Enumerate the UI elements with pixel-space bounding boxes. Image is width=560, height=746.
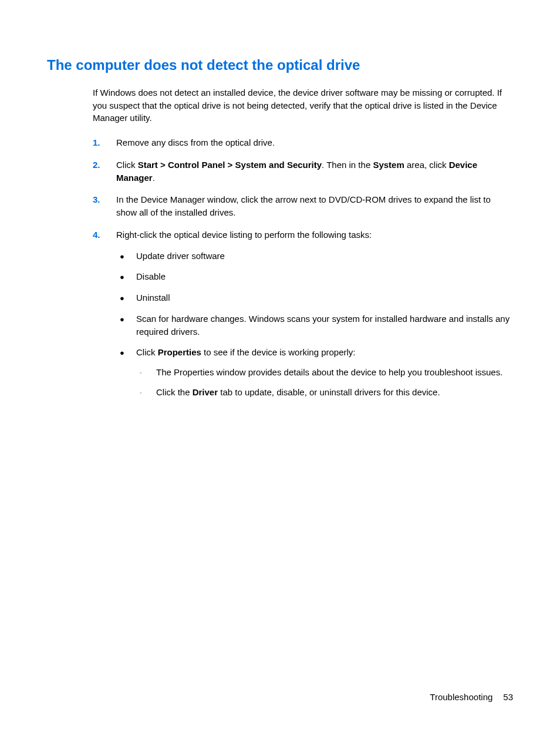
text: tab to update, disable, or uninstall dri…	[218, 387, 440, 397]
step-text: In the Device Manager window, click the …	[116, 193, 513, 219]
ordered-list: 1. Remove any discs from the optical dri…	[93, 136, 513, 414]
ring-icon: ◦	[140, 366, 156, 379]
step-text: Click Start > Control Panel > System and…	[116, 159, 513, 184]
bullet-icon: ●	[120, 291, 136, 304]
text: Click the	[156, 387, 193, 397]
bold-text: Properties	[158, 347, 201, 357]
list-text: Disable	[136, 270, 513, 283]
footer-section: Troubleshooting	[430, 692, 492, 702]
sub-list: ◦ The Properties window provides details…	[136, 366, 513, 399]
text: to see if the device is working properly…	[201, 347, 356, 357]
step-text: Right-click the optical device listing t…	[116, 228, 513, 241]
bold-text: Driver	[193, 387, 218, 397]
text: Click	[116, 160, 138, 170]
list-text: Uninstall	[136, 291, 513, 304]
page-heading: The computer does not detect the optical…	[47, 55, 513, 76]
step-number: 2.	[93, 159, 116, 184]
list-body: Click Properties to see if the device is…	[136, 346, 513, 405]
intro-paragraph: If Windows does not detect an installed …	[93, 86, 513, 125]
step-body: Right-click the optical device listing t…	[116, 228, 513, 414]
text: Click	[136, 347, 158, 357]
document-page: The computer does not detect the optical…	[0, 0, 560, 459]
sub-text: Click the Driver tab to update, disable,…	[156, 386, 513, 399]
bullet-icon: ●	[120, 346, 136, 405]
list-text: Update driver software	[136, 250, 513, 263]
sub-list-item: ◦ The Properties window provides details…	[140, 366, 513, 379]
bullet-list: ● Update driver software ● Disable ● Uni…	[116, 250, 513, 406]
bold-text: Start > Control Panel > System and Secur…	[138, 160, 322, 170]
list-text: Scan for hardware changes. Windows scans…	[136, 312, 513, 338]
step-number: 4.	[93, 228, 116, 414]
list-item: ● Uninstall	[120, 291, 513, 304]
footer-page-number: 53	[503, 692, 513, 702]
step-2: 2. Click Start > Control Panel > System …	[93, 159, 513, 184]
bullet-icon: ●	[120, 250, 136, 263]
bold-text: System	[373, 160, 404, 170]
step-4: 4. Right-click the optical device listin…	[93, 228, 513, 414]
page-footer: Troubleshooting53	[430, 691, 513, 704]
sub-list-item: ◦ Click the Driver tab to update, disabl…	[140, 386, 513, 399]
step-3: 3. In the Device Manager window, click t…	[93, 193, 513, 219]
ring-icon: ◦	[140, 386, 156, 399]
step-number: 3.	[93, 193, 116, 219]
text: .	[153, 173, 155, 183]
step-text: Remove any discs from the optical drive.	[116, 136, 513, 149]
list-item: ● Disable	[120, 270, 513, 283]
bullet-icon: ●	[120, 312, 136, 338]
text: . Then in the	[322, 160, 373, 170]
step-1: 1. Remove any discs from the optical dri…	[93, 136, 513, 149]
bullet-icon: ●	[120, 270, 136, 283]
list-item: ● Update driver software	[120, 250, 513, 263]
sub-text: The Properties window provides details a…	[156, 366, 513, 379]
text: area, click	[404, 160, 449, 170]
list-item: ● Scan for hardware changes. Windows sca…	[120, 312, 513, 338]
step-number: 1.	[93, 136, 116, 149]
list-item: ● Click Properties to see if the device …	[120, 346, 513, 405]
